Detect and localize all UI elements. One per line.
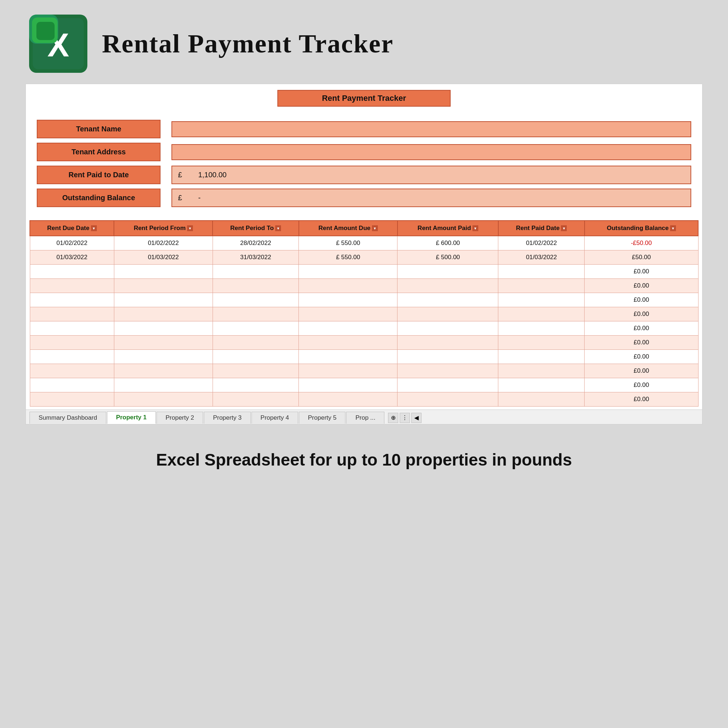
- table-cell[interactable]: [498, 293, 584, 307]
- table-cell[interactable]: £0.00: [584, 265, 698, 279]
- table-cell[interactable]: [114, 307, 213, 321]
- table-cell[interactable]: [498, 265, 584, 279]
- table-cell[interactable]: £ 550.00: [299, 251, 398, 265]
- table-cell[interactable]: 01/03/2022: [498, 251, 584, 265]
- tab-property-4[interactable]: Property 4: [252, 412, 298, 424]
- table-cell[interactable]: [398, 265, 498, 279]
- tab-property-2[interactable]: Property 2: [156, 412, 203, 424]
- table-cell[interactable]: [114, 350, 213, 364]
- table-cell[interactable]: £0.00: [584, 350, 698, 364]
- col-rent-amount-due[interactable]: Rent Amount Due ▼: [299, 220, 398, 236]
- table-cell[interactable]: [398, 321, 498, 336]
- table-cell[interactable]: [398, 336, 498, 350]
- col-outstanding-balance[interactable]: Outstanding Balance ▼: [584, 220, 698, 236]
- table-cell[interactable]: £50.00: [584, 251, 698, 265]
- add-sheet-button[interactable]: ⊕: [388, 413, 398, 423]
- table-cell[interactable]: [30, 321, 114, 336]
- table-cell[interactable]: £0.00: [584, 364, 698, 378]
- table-cell[interactable]: 01/03/2022: [114, 251, 213, 265]
- table-cell[interactable]: [299, 392, 398, 407]
- table-cell[interactable]: [299, 364, 398, 378]
- table-cell[interactable]: [30, 350, 114, 364]
- table-cell[interactable]: [30, 378, 114, 392]
- table-cell[interactable]: 01/02/2022: [114, 236, 213, 251]
- col-rent-period-to[interactable]: Rent Period To ▼: [213, 220, 298, 236]
- table-cell[interactable]: [213, 364, 298, 378]
- table-cell[interactable]: [398, 378, 498, 392]
- table-cell[interactable]: [213, 265, 298, 279]
- table-cell[interactable]: [114, 336, 213, 350]
- table-cell[interactable]: £0.00: [584, 321, 698, 336]
- table-cell[interactable]: [498, 307, 584, 321]
- table-cell[interactable]: [114, 321, 213, 336]
- table-cell[interactable]: [213, 321, 298, 336]
- table-cell[interactable]: [114, 293, 213, 307]
- table-cell[interactable]: [299, 321, 398, 336]
- table-cell[interactable]: 31/03/2022: [213, 251, 298, 265]
- col-rent-amount-paid[interactable]: Rent Amount Paid ▼: [398, 220, 498, 236]
- table-cell[interactable]: [299, 350, 398, 364]
- table-cell[interactable]: £0.00: [584, 307, 698, 321]
- col-rent-paid-date[interactable]: Rent Paid Date ▼: [498, 220, 584, 236]
- table-cell[interactable]: £ 600.00: [398, 236, 498, 251]
- table-cell[interactable]: [213, 392, 298, 407]
- table-cell[interactable]: [213, 279, 298, 293]
- table-cell[interactable]: [299, 307, 398, 321]
- table-cell[interactable]: [30, 307, 114, 321]
- table-cell[interactable]: [498, 321, 584, 336]
- table-cell[interactable]: 01/02/2022: [498, 236, 584, 251]
- dropdown-arrow-3[interactable]: ▼: [275, 225, 281, 231]
- table-cell[interactable]: £0.00: [584, 293, 698, 307]
- table-cell[interactable]: £0.00: [584, 336, 698, 350]
- table-cell[interactable]: [299, 293, 398, 307]
- table-cell[interactable]: £0.00: [584, 378, 698, 392]
- dropdown-arrow-1[interactable]: ▼: [91, 225, 97, 231]
- table-cell[interactable]: [498, 279, 584, 293]
- table-cell[interactable]: [498, 350, 584, 364]
- dropdown-arrow-4[interactable]: ▼: [372, 225, 378, 231]
- tenant-name-value[interactable]: [171, 121, 691, 137]
- tab-property-3[interactable]: Property 3: [204, 412, 251, 424]
- table-cell[interactable]: [398, 279, 498, 293]
- table-cell[interactable]: [398, 307, 498, 321]
- table-cell[interactable]: -£50.00: [584, 236, 698, 251]
- table-cell[interactable]: [498, 392, 584, 407]
- table-cell[interactable]: [299, 378, 398, 392]
- table-cell[interactable]: £ 550.00: [299, 236, 398, 251]
- dropdown-arrow-6[interactable]: ▼: [561, 225, 567, 231]
- table-cell[interactable]: [398, 364, 498, 378]
- table-cell[interactable]: [398, 293, 498, 307]
- col-rent-due-date[interactable]: Rent Due Date ▼: [30, 220, 114, 236]
- table-cell[interactable]: [299, 265, 398, 279]
- table-cell[interactable]: [213, 293, 298, 307]
- table-cell[interactable]: [114, 265, 213, 279]
- table-cell[interactable]: [30, 392, 114, 407]
- table-cell[interactable]: [498, 336, 584, 350]
- table-cell[interactable]: £ 500.00: [398, 251, 498, 265]
- table-cell[interactable]: £0.00: [584, 392, 698, 407]
- scroll-sheets-button[interactable]: ⋮: [400, 413, 410, 423]
- table-cell[interactable]: [30, 293, 114, 307]
- table-cell[interactable]: [299, 279, 398, 293]
- table-cell[interactable]: [398, 350, 498, 364]
- tab-property-1[interactable]: Property 1: [107, 411, 156, 424]
- table-cell[interactable]: [114, 378, 213, 392]
- table-cell[interactable]: [30, 364, 114, 378]
- tab-summary-dashboard[interactable]: Summary Dashboard: [29, 412, 106, 424]
- table-cell[interactable]: [498, 378, 584, 392]
- table-cell[interactable]: [299, 336, 398, 350]
- table-cell[interactable]: [213, 336, 298, 350]
- table-cell[interactable]: [498, 364, 584, 378]
- navigate-right-button[interactable]: ◀: [411, 413, 422, 423]
- table-cell[interactable]: [30, 265, 114, 279]
- table-cell[interactable]: [114, 364, 213, 378]
- table-cell[interactable]: 01/02/2022: [30, 236, 114, 251]
- table-cell[interactable]: [30, 336, 114, 350]
- table-cell[interactable]: [213, 307, 298, 321]
- table-cell[interactable]: 01/03/2022: [30, 251, 114, 265]
- table-cell[interactable]: £0.00: [584, 279, 698, 293]
- table-cell[interactable]: [30, 279, 114, 293]
- tab-property-5[interactable]: Property 5: [299, 412, 346, 424]
- dropdown-arrow-2[interactable]: ▼: [187, 225, 193, 231]
- col-rent-period-from[interactable]: Rent Period From ▼: [114, 220, 213, 236]
